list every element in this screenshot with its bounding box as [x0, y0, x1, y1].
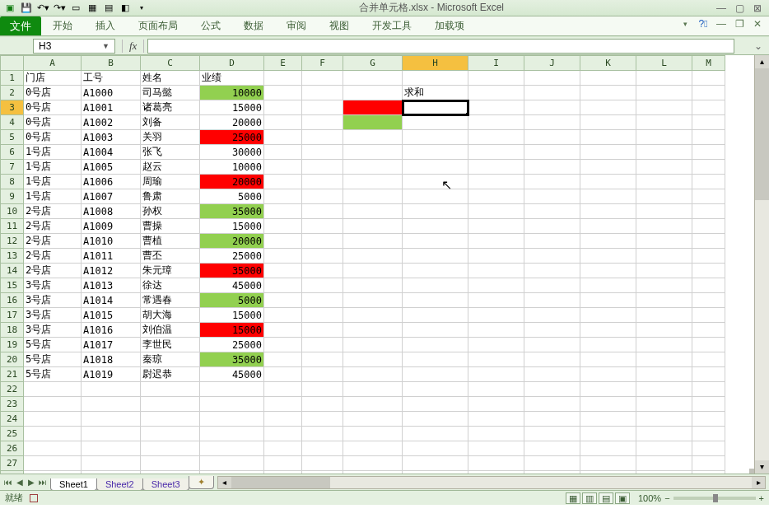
cell-K1[interactable] — [580, 71, 636, 86]
cell-G8[interactable] — [343, 175, 403, 189]
row-header-4[interactable]: 4 — [1, 115, 24, 130]
cell-E18[interactable] — [264, 323, 302, 338]
row-header-7[interactable]: 7 — [1, 160, 24, 175]
cell-E25[interactable] — [264, 427, 302, 441]
cell-E24[interactable] — [264, 412, 302, 427]
cell-D20[interactable]: 35000 — [200, 352, 264, 367]
qat-dropdown-icon[interactable]: ▾ — [135, 2, 148, 15]
cell-K21[interactable] — [580, 367, 636, 382]
workbook-restore-icon[interactable]: ❐ — [733, 18, 746, 30]
cell-B26[interactable] — [82, 441, 141, 456]
cell-M27[interactable] — [692, 456, 725, 471]
cell-C17[interactable]: 胡大海 — [141, 308, 200, 323]
cell-B4[interactable]: A1002 — [82, 115, 141, 130]
tab-developer[interactable]: 开发工具 — [361, 16, 423, 35]
cell-E1[interactable] — [264, 71, 302, 86]
cell-M22[interactable] — [692, 382, 725, 397]
cell-A24[interactable] — [24, 412, 82, 427]
cell-G19[interactable] — [343, 338, 403, 352]
zoom-slider[interactable] — [673, 497, 756, 500]
cell-M4[interactable] — [692, 115, 725, 130]
tab-insert[interactable]: 插入 — [84, 16, 127, 35]
qat-icon[interactable]: ▤ — [102, 2, 115, 15]
cell-H7[interactable] — [403, 160, 468, 175]
row-header-12[interactable]: 12 — [1, 234, 24, 249]
cell-G11[interactable] — [343, 219, 403, 234]
cell-D23[interactable] — [200, 397, 264, 412]
cell-M13[interactable] — [692, 249, 725, 264]
cell-K3[interactable] — [580, 100, 636, 115]
row-header-3[interactable]: 3 — [1, 100, 24, 115]
cell-J24[interactable] — [524, 412, 580, 427]
cell-J12[interactable] — [524, 234, 580, 249]
row-header-22[interactable]: 22 — [1, 382, 24, 397]
cell-L6[interactable] — [636, 145, 692, 160]
cell-J25[interactable] — [524, 427, 580, 441]
undo-icon[interactable]: ↶▾ — [36, 2, 49, 15]
sheet-nav-first-icon[interactable]: ⏮ — [3, 478, 13, 487]
cell-D15[interactable]: 45000 — [200, 278, 264, 293]
cell-J9[interactable] — [524, 189, 580, 204]
cell-J10[interactable] — [524, 204, 580, 219]
cell-I2[interactable] — [468, 86, 524, 100]
cell-H10[interactable] — [403, 204, 468, 219]
cell-I8[interactable] — [468, 175, 524, 189]
cell-D12[interactable]: 20000 — [200, 234, 264, 249]
cell-K23[interactable] — [580, 397, 636, 412]
cell-J13[interactable] — [524, 249, 580, 264]
cell-A8[interactable]: 1号店 — [24, 175, 82, 189]
cell-C21[interactable]: 尉迟恭 — [141, 367, 200, 382]
cell-M21[interactable] — [692, 367, 725, 382]
cell-J11[interactable] — [524, 219, 580, 234]
cell-L18[interactable] — [636, 323, 692, 338]
cell-C4[interactable]: 刘备 — [141, 115, 200, 130]
cell-I10[interactable] — [468, 204, 524, 219]
cell-J5[interactable] — [524, 130, 580, 145]
cell-B19[interactable]: A1017 — [82, 338, 141, 352]
row-header-9[interactable]: 9 — [1, 189, 24, 204]
cell-D4[interactable]: 20000 — [200, 115, 264, 130]
cell-A21[interactable]: 5号店 — [24, 367, 82, 382]
maximize-icon[interactable]: ▢ — [733, 2, 746, 14]
spreadsheet-grid[interactable]: ABCDEFGHIJKLM1门店工号姓名业绩20号店A1000司马懿10000求… — [0, 55, 725, 486]
cell-F16[interactable] — [302, 293, 343, 308]
col-header-C[interactable]: C — [141, 56, 200, 71]
cell-E7[interactable] — [264, 160, 302, 175]
cell-M25[interactable] — [692, 427, 725, 441]
cell-J17[interactable] — [524, 308, 580, 323]
col-header-D[interactable]: D — [200, 56, 264, 71]
cell-B3[interactable]: A1001 — [82, 100, 141, 115]
cell-C2[interactable]: 司马懿 — [141, 86, 200, 100]
cell-B15[interactable]: A1013 — [82, 278, 141, 293]
cell-H19[interactable] — [403, 338, 468, 352]
cell-A14[interactable]: 2号店 — [24, 264, 82, 278]
cell-J26[interactable] — [524, 441, 580, 456]
cell-I3[interactable] — [468, 100, 524, 115]
cell-B23[interactable] — [82, 397, 141, 412]
cell-A6[interactable]: 1号店 — [24, 145, 82, 160]
row-header-20[interactable]: 20 — [1, 352, 24, 367]
cell-C9[interactable]: 鲁肃 — [141, 189, 200, 204]
cell-C7[interactable]: 赵云 — [141, 160, 200, 175]
cell-L9[interactable] — [636, 189, 692, 204]
cell-M15[interactable] — [692, 278, 725, 293]
cell-G26[interactable] — [343, 441, 403, 456]
tab-formulas[interactable]: 公式 — [189, 16, 232, 35]
scroll-down-icon[interactable]: ▾ — [755, 460, 769, 474]
cell-H4[interactable] — [403, 115, 468, 130]
cell-B24[interactable] — [82, 412, 141, 427]
cell-D27[interactable] — [200, 456, 264, 471]
cell-D6[interactable]: 30000 — [200, 145, 264, 160]
cell-L13[interactable] — [636, 249, 692, 264]
cell-I27[interactable] — [468, 456, 524, 471]
cell-L11[interactable] — [636, 219, 692, 234]
row-header-17[interactable]: 17 — [1, 308, 24, 323]
cell-D16[interactable]: 5000 — [200, 293, 264, 308]
cell-H6[interactable] — [403, 145, 468, 160]
cell-M16[interactable] — [692, 293, 725, 308]
cell-A9[interactable]: 1号店 — [24, 189, 82, 204]
cell-A7[interactable]: 1号店 — [24, 160, 82, 175]
cell-G13[interactable] — [343, 249, 403, 264]
cell-H12[interactable] — [403, 234, 468, 249]
cell-C13[interactable]: 曹丕 — [141, 249, 200, 264]
